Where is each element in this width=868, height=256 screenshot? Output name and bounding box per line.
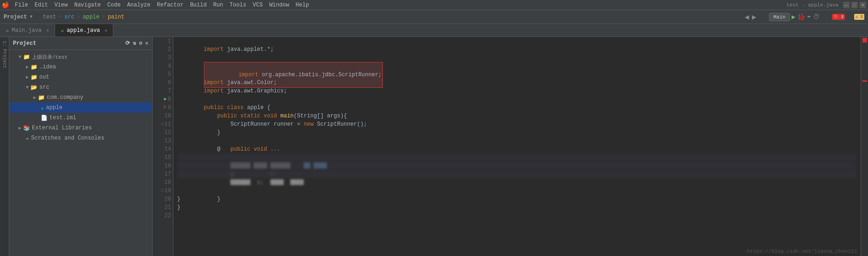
coverage-icon[interactable]: ☂	[807, 13, 811, 21]
code-content[interactable]: import java.applet.*; import org.apache.…	[173, 37, 861, 256]
line-num-3: 3	[154, 54, 171, 62]
close-button[interactable]: ✕	[860, 2, 866, 8]
folder-out-icon: 📁	[31, 74, 37, 81]
line-num-7: 7	[154, 87, 171, 95]
sidebar-item-external-libs[interactable]: ▶ 📚 External Libraries	[9, 123, 152, 133]
menu-code[interactable]: Code	[105, 1, 123, 9]
line-num-13: 13	[154, 137, 171, 145]
window-title: test - apple.java	[787, 2, 838, 8]
sidebar-item-scratches[interactable]: ✏️ Scratches and Consoles	[9, 133, 152, 143]
menu-run[interactable]: Run	[210, 1, 226, 9]
nav-back-icon[interactable]: ◀	[745, 12, 749, 22]
tab-main-java[interactable]: ☕ Main.java ✕	[0, 24, 55, 37]
menu-file[interactable]: File	[12, 1, 31, 9]
line-num-15: 15	[154, 153, 171, 162]
line-num-20: 20	[154, 195, 171, 203]
debug-gutter-icon[interactable]: ⏸	[162, 104, 167, 112]
sidebar-toolbar-icons: ⟳ ⇅ ⚙ ✕	[125, 40, 148, 47]
arrow-com: ▶	[33, 95, 36, 100]
menu-view[interactable]: View	[52, 1, 71, 9]
minimize-button[interactable]: —	[843, 2, 850, 8]
tab-main-java-close[interactable]: ✕	[46, 28, 49, 33]
sidebar-item-out-label: out	[39, 74, 49, 80]
sidebar-item-external-libs-label: External Libraries	[32, 125, 92, 131]
menu-build[interactable]: Build	[187, 1, 209, 9]
sidebar-title: Project	[13, 40, 36, 47]
line-num-22: 22	[154, 212, 171, 220]
menu-help[interactable]: Help	[293, 1, 312, 9]
line-num-1: 1	[154, 37, 171, 45]
warning-count-badge: ⚠ 3	[854, 14, 864, 20]
tab-apple-java[interactable]: ☕ apple.java ✕	[55, 24, 113, 37]
right-error-gutter	[861, 37, 868, 256]
chevron-down-icon[interactable]: ▼	[30, 14, 32, 19]
sidebar-item-scratches-label: Scratches and Consoles	[31, 135, 104, 141]
code-line-11: }	[177, 120, 857, 128]
line-num-18: 18	[154, 178, 171, 187]
menu-refactor[interactable]: Refactor	[154, 1, 186, 9]
menu-edit[interactable]: Edit	[32, 1, 51, 9]
breadcrumb-src: src	[64, 14, 74, 20]
sidebar-item-testiml[interactable]: 📄 test.iml	[9, 113, 152, 123]
collapse-19-icon[interactable]: □	[161, 187, 164, 195]
expand-icon[interactable]: ⇅	[133, 40, 136, 47]
code-line-3: import org.apache.ibatis.jdbc.ScriptRunn…	[177, 54, 857, 62]
apple-java-icon: ☕	[41, 104, 44, 111]
tab-main-java-label: Main.java	[12, 27, 42, 34]
tab-java-icon: ☕	[6, 27, 9, 34]
menu-analyze[interactable]: Analyze	[124, 1, 153, 9]
maximize-button[interactable]: □	[851, 2, 858, 8]
breadcrumb-sep-3: ›	[102, 14, 105, 19]
xml-icon: 📄	[41, 115, 48, 122]
menu-vcs[interactable]: VCS	[250, 1, 266, 9]
gutter-error-line3	[861, 80, 868, 82]
settings-icon[interactable]: ⚙	[139, 40, 142, 47]
sync-icon[interactable]: ⟳	[125, 40, 130, 47]
code-line-15: ██████ ████ ██████ ██ ████	[177, 153, 857, 162]
error-count-badge: 🔴 3	[832, 14, 845, 20]
line-num-6: 6	[154, 79, 171, 87]
line-num-12: 12	[154, 128, 171, 137]
menu-tools[interactable]: Tools	[227, 1, 249, 9]
code-line-20: }	[177, 195, 857, 203]
profile-icon[interactable]: ⏱	[813, 13, 819, 21]
sidebar-tree: ▼ 📁 上级目录/test ▶ 📁 .idea ▶ 📁 out ▼ 📂	[9, 50, 152, 256]
collapse-11-icon[interactable]: □	[161, 120, 164, 128]
run-configuration: Main ▶ 🐞 ☂ ⏱	[769, 13, 819, 21]
ext-libs-icon: 📚	[23, 125, 30, 132]
code-line-14	[177, 145, 857, 153]
run-button[interactable]: ▶	[792, 13, 795, 21]
debug-icon[interactable]: 🐞	[797, 13, 805, 21]
sidebar-item-apple[interactable]: ☕ apple	[9, 103, 152, 113]
menu-window[interactable]: Window	[266, 1, 292, 9]
gutter-error-marker	[861, 37, 868, 43]
breadcrumb-apple: apple	[83, 14, 99, 20]
line-numbers-gutter: 1 2 3 4 5 6 7 ▶8 ⏸9 10 □11 12 13 14 15 1…	[153, 37, 173, 256]
sidebar-vertical-label: 1: Project	[0, 37, 9, 256]
sidebar-item-idea[interactable]: ▶ 📁 .idea	[9, 62, 152, 72]
breadcrumb-sep-2: ›	[77, 14, 80, 19]
code-line-16: g. -t;	[177, 162, 857, 170]
code-line-13: @ public void ...	[177, 137, 857, 145]
sidebar-header: Project ⟳ ⇅ ⚙ ✕	[9, 37, 152, 50]
menu-bar: 🍎 File Edit View Navigate Code Analyze R…	[0, 0, 868, 10]
line-num-14: 14	[154, 145, 171, 153]
sidebar-item-src[interactable]: ▼ 📂 src	[9, 82, 152, 92]
nav-forward-icon[interactable]: ▶	[752, 12, 757, 22]
run-gutter-icon[interactable]: ▶	[164, 95, 167, 104]
sidebar-item-com-label: com.company	[47, 94, 83, 101]
scratches-icon: ✏️	[26, 135, 29, 142]
sidebar-item-out[interactable]: ▶ 📁 out	[9, 72, 152, 82]
run-config-label[interactable]: Main	[769, 13, 789, 21]
close-sidebar-icon[interactable]: ✕	[145, 40, 148, 47]
line-num-10: 10	[154, 112, 171, 120]
menu-navigate[interactable]: Navigate	[71, 1, 104, 9]
line-num-5: 5	[154, 70, 171, 79]
tab-apple-java-close[interactable]: ✕	[105, 28, 107, 33]
sidebar-item-test[interactable]: ▼ 📁 上级目录/test	[9, 52, 152, 62]
arrow-src: ▼	[26, 85, 29, 90]
sidebar: Project ⟳ ⇅ ⚙ ✕ ▼ 📁 上级目录/test ▶ 📁 .idea	[9, 37, 153, 256]
folder-test-icon: 📁	[23, 54, 30, 61]
code-editor[interactable]: 1 2 3 4 5 6 7 ▶8 ⏸9 10 □11 12 13 14 15 1…	[153, 37, 868, 256]
sidebar-item-com[interactable]: ▶ 📁 com.company	[9, 92, 152, 103]
